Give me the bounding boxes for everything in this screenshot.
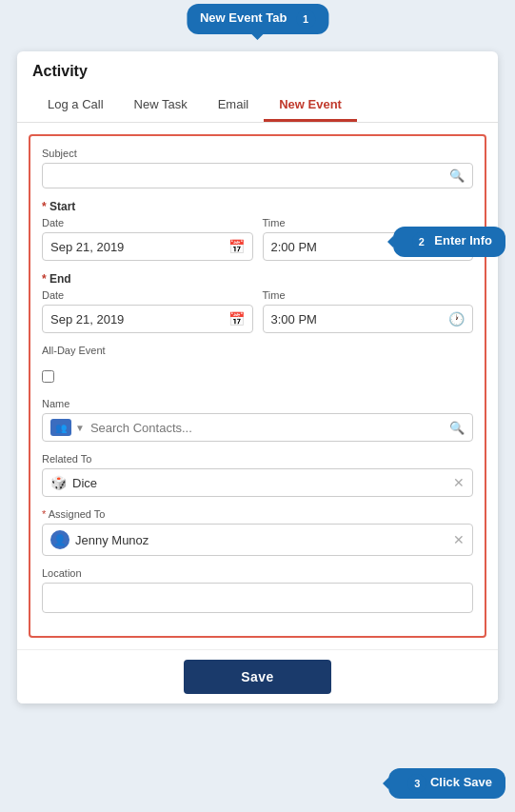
start-section-label: * Start <box>42 200 473 213</box>
related-to-value: Dice <box>72 476 97 490</box>
subject-group: Subject 🔍 <box>42 148 473 188</box>
name-search-icon: 🔍 <box>449 421 465 435</box>
start-date-field[interactable]: Sep 21, 2019 📅 <box>42 232 253 261</box>
tooltip3-label: Click Save <box>430 775 492 789</box>
name-contact-search[interactable]: 👥 ▼ 🔍 <box>42 413 473 442</box>
location-group: Location <box>42 567 473 613</box>
panel-title: Activity <box>32 63 483 80</box>
assigned-to-field[interactable]: 👤 Jenny Munoz ✕ <box>42 524 473 556</box>
subject-label: Subject <box>42 148 473 159</box>
location-label: Location <box>42 567 473 579</box>
contact-chevron-icon: ▼ <box>75 423 85 433</box>
assigned-to-value-wrap: 👤 Jenny Munoz <box>50 530 149 549</box>
location-input[interactable] <box>42 583 473 613</box>
subject-input[interactable] <box>50 168 449 183</box>
related-to-label: Related To <box>42 453 473 465</box>
all-day-label: All-Day Event <box>42 345 106 356</box>
assigned-to-clear-icon[interactable]: ✕ <box>453 532 465 547</box>
all-day-row: All-Day Event <box>42 345 473 360</box>
name-search-input[interactable] <box>90 421 449 435</box>
click-save-tooltip: 3 Click Save <box>388 768 505 799</box>
start-date-col: Date Sep 21, 2019 📅 <box>42 217 253 261</box>
activity-panel: Activity Log a Call New Task Email New E… <box>17 51 498 703</box>
contact-type-icon: 👥 <box>50 419 71 436</box>
tab-new-task[interactable]: New Task <box>119 89 203 122</box>
end-calendar-icon: 📅 <box>228 311 245 327</box>
name-group: Name 👥 ▼ 🔍 <box>42 398 473 442</box>
tooltip1-badge: 1 <box>296 10 315 29</box>
new-event-tab-tooltip: New Event Tab 1 <box>187 4 328 34</box>
end-group: * End Date Sep 21, 2019 📅 Time 3:00 PM 🕐 <box>42 272 473 333</box>
related-to-clear-icon[interactable]: ✕ <box>453 475 465 490</box>
end-date-field[interactable]: Sep 21, 2019 📅 <box>42 305 253 333</box>
related-to-value-wrap: 🎲 Dice <box>50 475 97 490</box>
dice-icon: 🎲 <box>50 475 67 490</box>
end-date-value: Sep 21, 2019 <box>50 312 124 327</box>
related-to-field[interactable]: 🎲 Dice ✕ <box>42 468 473 497</box>
end-clock-icon: 🕐 <box>448 311 465 327</box>
tabs-bar: Log a Call New Task Email New Event <box>32 89 483 122</box>
form-footer: Save <box>17 649 498 703</box>
tooltip2-badge: 2 <box>412 232 431 251</box>
assigned-to-value: Jenny Munoz <box>75 533 149 547</box>
end-date-col: Date Sep 21, 2019 📅 <box>42 289 253 333</box>
tab-new-event[interactable]: New Event <box>264 89 357 122</box>
tab-email[interactable]: Email <box>203 89 265 122</box>
enter-info-tooltip: 2 Enter Info <box>393 227 505 257</box>
end-row: Date Sep 21, 2019 📅 Time 3:00 PM 🕐 <box>42 289 473 333</box>
related-to-group: Related To 🎲 Dice ✕ <box>42 453 473 497</box>
form-area: Subject 🔍 * Start Date Sep 21, 2019 📅 <box>29 134 486 638</box>
end-time-value: 3:00 PM <box>271 312 317 327</box>
start-date-value: Sep 21, 2019 <box>50 240 124 254</box>
subject-input-wrap[interactable]: 🔍 <box>42 163 473 188</box>
end-time-label: Time <box>263 289 474 301</box>
assigned-to-label: * Assigned To <box>42 508 473 520</box>
end-date-label: Date <box>42 289 253 301</box>
start-date-label: Date <box>42 217 253 228</box>
tab-log-a-call[interactable]: Log a Call <box>32 89 119 122</box>
tooltip3-badge: 3 <box>407 774 426 793</box>
tooltip1-label: New Event Tab <box>200 10 287 25</box>
end-section-label: * End <box>42 272 473 286</box>
start-calendar-icon: 📅 <box>228 239 245 254</box>
end-time-field[interactable]: 3:00 PM 🕐 <box>263 305 474 333</box>
end-time-col: Time 3:00 PM 🕐 <box>263 289 474 333</box>
all-day-checkbox-row <box>42 369 473 386</box>
panel-header: Activity Log a Call New Task Email New E… <box>17 51 498 123</box>
all-day-checkbox[interactable] <box>42 370 54 383</box>
name-label: Name <box>42 398 473 409</box>
tooltip2-label: Enter Info <box>434 233 492 248</box>
person-icon: 👤 <box>50 530 69 549</box>
start-time-value: 2:00 PM <box>271 240 317 254</box>
assigned-to-group: * Assigned To 👤 Jenny Munoz ✕ <box>42 508 473 556</box>
save-button[interactable]: Save <box>184 660 331 694</box>
subject-search-icon: 🔍 <box>449 168 465 183</box>
